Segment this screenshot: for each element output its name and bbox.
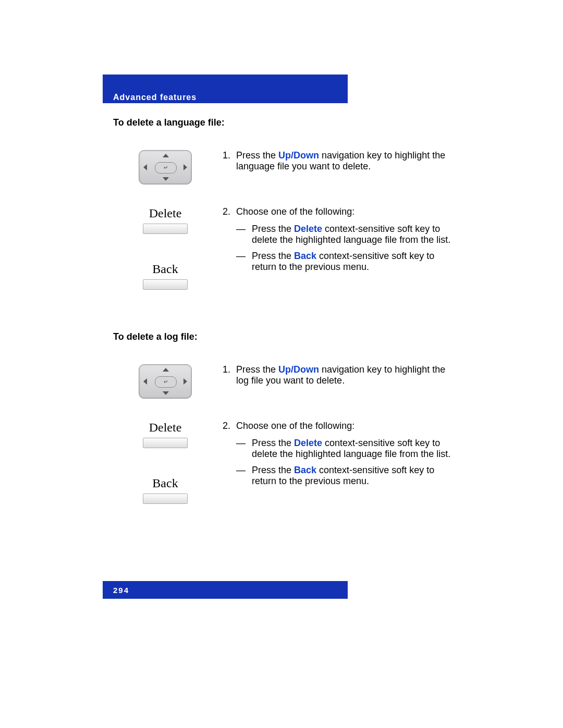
section2-step2-row: Delete Back 2. Choose one of the followi…	[113, 421, 457, 520]
keyword-delete: Delete	[294, 224, 322, 234]
dash: —	[236, 224, 252, 245]
list-number: 1.	[223, 150, 236, 172]
step2b-text: Press the Back context-sensitive soft ke…	[252, 465, 457, 487]
section2-title: To delete a log file:	[113, 331, 457, 342]
section1-step1-row: ↵ 1. Press the Up/Down navigation key to…	[113, 150, 457, 184]
back-softkey-group: Back	[143, 476, 188, 504]
section1-title: To delete a language file:	[113, 117, 457, 128]
dash: —	[236, 438, 252, 460]
keyword-updown: Up/Down	[278, 150, 319, 161]
step2a-text: Press the Delete context-sensitive soft …	[252, 438, 457, 460]
back-softkey-label: Back	[152, 476, 178, 490]
section1-step2-row: Delete Back 2. Choose one of the followi…	[113, 206, 457, 305]
section-header: Advanced features	[113, 93, 197, 102]
delete-softkey-label: Delete	[149, 206, 182, 220]
text: Press the	[252, 438, 294, 448]
footer-band: 294	[103, 581, 348, 599]
list-number: 2.	[223, 206, 236, 217]
back-softkey-button-icon	[143, 279, 188, 290]
step2b-text: Press the Back context-sensitive soft ke…	[252, 251, 457, 273]
text: Press the	[252, 224, 294, 234]
keyword-back: Back	[294, 465, 316, 475]
page-number: 294	[113, 586, 129, 595]
step1-text: Press the Up/Down navigation key to high…	[236, 150, 457, 172]
list-number: 1.	[223, 364, 236, 386]
text: Press the	[236, 150, 278, 161]
keyword-updown: Up/Down	[278, 364, 319, 375]
section2-step1-row: ↵ 1. Press the Up/Down navigation key to…	[113, 364, 457, 399]
list-number: 2.	[223, 421, 236, 431]
keyword-back: Back	[294, 251, 316, 261]
dash: —	[236, 251, 252, 273]
step1-text: Press the Up/Down navigation key to high…	[236, 364, 457, 386]
text: Press the	[252, 465, 294, 475]
delete-softkey-group: Delete	[143, 421, 188, 448]
navigation-key-icon: ↵	[139, 150, 192, 184]
back-softkey-label: Back	[152, 262, 178, 276]
step2-intro: Choose one of the following:	[236, 206, 457, 217]
back-softkey-group: Back	[143, 262, 188, 290]
delete-softkey-label: Delete	[149, 421, 182, 435]
delete-softkey-group: Delete	[143, 206, 188, 234]
navigation-key-icon: ↵	[139, 364, 192, 399]
dash: —	[236, 465, 252, 487]
content-area: To delete a language file: ↵ 1. Press th…	[113, 117, 457, 520]
back-softkey-button-icon	[143, 493, 188, 504]
delete-softkey-button-icon	[143, 224, 188, 234]
step2a-text: Press the Delete context-sensitive soft …	[252, 224, 457, 245]
step2-intro: Choose one of the following:	[236, 421, 457, 431]
text: Press the	[252, 251, 294, 261]
document-page: Advanced features To delete a language f…	[0, 0, 563, 728]
text: Press the	[236, 364, 278, 375]
keyword-delete: Delete	[294, 438, 322, 448]
delete-softkey-button-icon	[143, 438, 188, 448]
